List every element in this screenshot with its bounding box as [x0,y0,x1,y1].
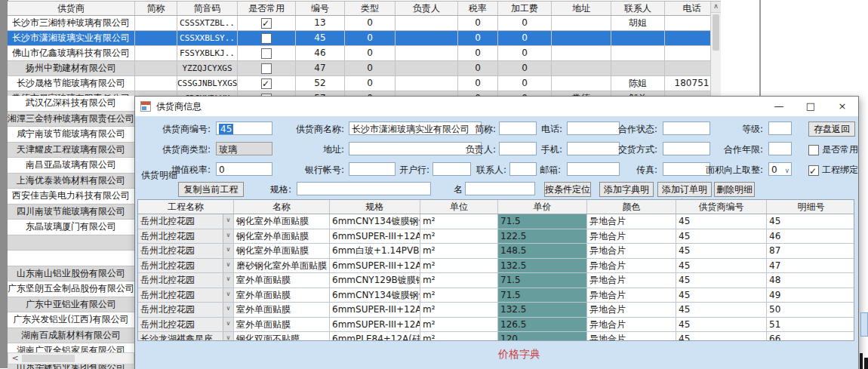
combo-dropdown-icon[interactable] [223,214,233,229]
supplier-list-item[interactable]: 天津耀皮工程玻璃有限公司 [8,143,134,158]
detail-row[interactable]: 岳州北控花园 室外单面贴膜 6mmCNY129B镀膜钢化 m² 71.5 异地合… [138,273,854,288]
delete-detail-button[interactable]: 删除明细 [714,182,755,197]
detail-row[interactable]: 长沙龙湖祺鑫星座 钢化双面不贴膜 6mmPLE84+12A(硅酮胶... m² … [138,332,854,341]
col-header-detail-no[interactable]: 明细号 [767,200,854,214]
name-filter-input[interactable] [465,182,535,195]
supplier-row[interactable]: 长沙市三湘特种玻璃有限公司 CSSSXTZBL.. 13 0 0 0 胡姐 [8,16,721,31]
detail-row[interactable]: 岳州北控花园 磨砂钢化室外单面贴膜 6mmSUPER-III+12A(硅... … [138,259,854,274]
supplier-list-item[interactable]: 山东南山铝业股份有限公司 [8,266,134,282]
project-bind-checkbox[interactable]: 工程绑定 [808,162,858,177]
supplier-list-item[interactable]: 广东兴发铝业(江西)有限公司 [8,312,134,328]
common-checkbox[interactable] [261,78,272,89]
combo-dropdown-icon[interactable] [223,332,233,341]
col-header-leader[interactable]: 负责人 [396,2,458,15]
project-combo-cell[interactable]: 岳州北控花园 [138,244,234,258]
supplier-type-input[interactable]: 玻璃 [216,142,272,155]
add-dict-button[interactable]: 添加字典明细 [599,182,654,197]
project-combo-cell[interactable]: 岳州北控花园 [138,288,234,303]
col-header-type[interactable]: 类型 [345,2,396,15]
common-checkbox[interactable] [261,48,272,59]
col-header-code[interactable]: 简音码 [177,2,238,15]
checkbox-icon[interactable] [808,145,819,155]
project-combo-cell[interactable]: 岳州北控花园 [138,303,234,317]
list-horizontal-scrollbar[interactable]: < [8,352,134,364]
supplier-list-item[interactable]: 上海优泰装饰材料有限公司 [8,174,134,189]
col-header-price[interactable]: 单价 [498,200,587,214]
supplier-row[interactable]: 长沙市潇湘玻璃实业有限公司 CSSXXBLSY.. 45 0 0 0 [8,31,721,46]
combo-dropdown-icon[interactable] [223,303,233,317]
col-header-supplier[interactable]: 供货商 [8,2,135,15]
common-checkbox[interactable] [261,63,272,74]
project-combo-cell[interactable]: 长沙龙湖祺鑫星座 [138,332,234,341]
supplier-list-item[interactable]: 湘潭三金特种玻璃有限责任公司 [8,112,134,128]
combo-dropdown-icon[interactable] [223,229,233,244]
col-header-fee[interactable]: 加工费 [498,2,552,15]
coop-years-input[interactable] [768,142,792,155]
vat-input[interactable]: 0 [216,162,272,176]
scrollbar-thumb[interactable] [22,355,75,362]
common-checkbox[interactable] [261,33,272,44]
detail-row[interactable]: 岳州北控花园 室外单面贴膜 6mmSUPER-III+12A(硅... m² 1… [138,303,854,318]
supplier-row[interactable]: 佛山市亿鑫玻璃科技有限公司 FSSYXBLKJ.. 46 0 0 0 [8,46,721,61]
is-common-checkbox[interactable]: 是否常用 [808,142,858,157]
detail-row[interactable]: 岳州北控花园 室外单面贴膜 6mmCNY134镀膜钢化 m² 71.5 异地合片… [138,288,854,303]
col-header-spec[interactable]: 规格 [330,200,420,214]
col-header-contact[interactable]: 联系人 [611,2,665,15]
supplier-list-item[interactable]: 四川南玻节能玻璃有限公司 [8,204,134,220]
supplier-list-item[interactable]: 广东坚朗五金制品股份有限公司 [8,281,134,297]
supplier-list-item[interactable]: 南昌亚晶玻璃有限公司 [8,158,134,174]
supplier-list-item[interactable]: 广东中亚铝业有限公司 [8,297,134,313]
col-header-tax[interactable]: 税率 [458,2,498,15]
bank-input[interactable] [432,162,471,176]
col-header-no[interactable]: 编号 [296,2,345,15]
project-combo-cell[interactable]: 岳州北控花园 [138,273,234,288]
bank-account-input[interactable] [349,162,396,176]
combo-dropdown-icon[interactable] [223,244,233,258]
supplier-no-input[interactable]: 45 [216,121,272,135]
copy-project-button[interactable]: 复制当前工程 [178,182,244,197]
grade-input[interactable] [768,121,792,135]
scrollbar-thumb[interactable] [713,14,719,51]
spec-filter-input[interactable] [297,182,431,195]
col-header-supplier-no[interactable]: 供货商编号 [676,200,767,214]
project-combo-cell[interactable]: 岳州北控花园 [138,318,234,332]
combo-dropdown-icon[interactable] [223,273,233,288]
supplier-row[interactable]: 扬州中勤建材有限公司 YZZQJCYXGS 47 0 0 0 [8,61,721,76]
scroll-left-icon[interactable]: < [10,353,20,364]
combo-dropdown-icon[interactable] [223,259,233,273]
detail-row[interactable]: 岳州北控花园 钢化室外单面贴膜 6mmCNY134镀膜钢化 m² 71.5 异地… [138,214,854,229]
supplier-list-item[interactable]: 武汉亿深科技有限公司 [8,96,134,112]
combo-dropdown-icon[interactable] [223,288,233,303]
maximize-button[interactable]: □ [795,97,826,116]
combo-dropdown-icon[interactable] [223,318,233,332]
dialog-titlebar[interactable]: 供货商信息 — □ × [135,97,858,116]
add-order-button[interactable]: 添加订单明细 [657,182,712,197]
col-header-common[interactable]: 是否常用 [238,2,296,15]
detail-row[interactable]: 岳州北控花园 钢化室外单面贴膜 6mmSUPER-III+12A(硅... m²… [138,229,854,244]
col-header-name[interactable]: 名称 [234,200,330,214]
locate-button[interactable]: 按条件定位 [544,182,591,197]
supplier-list-item[interactable]: 西安佳吉美电力科技有限公司 [8,189,134,204]
supplier-row[interactable]: 长沙晟格节能玻璃有限公司 CSSGJNBLYXGS 52 0 0 0 陈姐 18… [8,76,721,91]
project-combo-cell[interactable]: 岳州北控花园 [138,214,234,229]
common-checkbox[interactable] [261,18,272,29]
minimize-button[interactable]: — [763,97,795,116]
table-vertical-scrollbar[interactable]: ∧ [710,2,721,97]
col-header-unit[interactable]: 单位 [420,200,498,214]
supplier-list-item[interactable]: 东晶玻璃厦门有限公司 [8,220,134,235]
project-combo-cell[interactable]: 岳州北控花园 [138,229,234,244]
detail-row[interactable]: 岳州北控花园 钢化室外单面贴膜 6mm白玻+1.14PVB+6mm... m² … [138,244,854,259]
col-header-abbr[interactable]: 简称 [135,2,177,15]
supplier-list-item[interactable]: 咸宁南玻节能玻璃有限公司 [8,127,134,143]
project-combo-cell[interactable]: 岳州北控花园 [138,259,234,273]
supplier-list-item[interactable]: 湖南百成新材料有限公司 [8,328,134,344]
close-button[interactable]: × [826,97,858,116]
detail-row[interactable]: 岳州北控花园 室外单面贴膜 6mmSUPER-III+12A(硅... m² 1… [138,318,854,333]
col-header-project[interactable]: 工程名称 [138,200,234,214]
col-header-color[interactable]: 颜色 [587,200,676,214]
save-return-button[interactable]: 存盘返回 [808,121,855,137]
supplier-list-item[interactable] [8,235,134,251]
supplier-list-item[interactable] [8,251,134,266]
area-round-select[interactable]: 0 [768,162,792,176]
col-header-addr[interactable]: 地址 [552,2,611,15]
